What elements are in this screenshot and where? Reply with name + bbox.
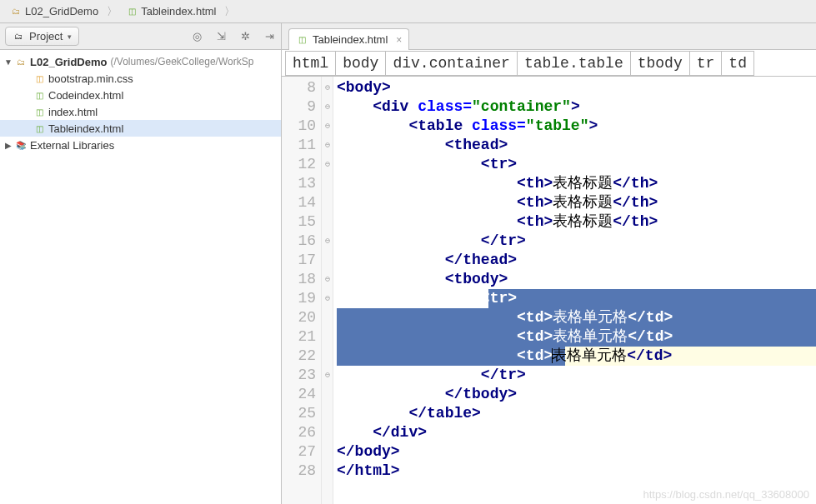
editor-tab[interactable]: ◫ Tableindex.html ×: [288, 28, 409, 50]
element-path-segment[interactable]: div.container: [385, 51, 517, 76]
fold-marker[interactable]: ⊖: [322, 78, 333, 97]
code-text: <tbody>: [337, 271, 508, 287]
project-dropdown-label: Project: [29, 30, 63, 42]
element-path-segment[interactable]: table.table: [517, 51, 631, 76]
element-path-segment[interactable]: tr: [689, 51, 723, 76]
external-libraries[interactable]: ▶ 📚 External Libraries: [0, 137, 281, 153]
disclosure-triangle-icon[interactable]: ▼: [3, 57, 13, 67]
line-number: 13: [282, 174, 316, 193]
settings-icon[interactable]: ✲: [239, 30, 252, 42]
code-line[interactable]: <td>表格单元格</td>: [337, 347, 816, 366]
code-line[interactable]: <body>: [337, 78, 816, 97]
code-line[interactable]: <tr>: [337, 289, 816, 308]
tree-root-name: L02_GridDemo: [30, 56, 107, 68]
code-line[interactable]: <table class="table">: [337, 117, 816, 136]
code-line[interactable]: </html>: [337, 462, 816, 481]
code-line[interactable]: <th>表格标题</th>: [337, 174, 816, 193]
line-number: 22: [282, 347, 316, 366]
code-text: </div>: [337, 424, 427, 441]
element-path-segment[interactable]: tbody: [630, 51, 690, 76]
html-file-icon: ◫: [33, 106, 45, 117]
line-number: 25: [282, 404, 316, 423]
code-line[interactable]: </tr>: [337, 232, 816, 251]
code-line[interactable]: <thead>: [337, 136, 816, 155]
line-number: 26: [282, 423, 316, 442]
tree-file[interactable]: ◫bootstrap.min.css: [0, 70, 281, 87]
fold-marker[interactable]: ⊖: [322, 136, 333, 155]
code-line[interactable]: <div class="container">: [337, 97, 816, 117]
fold-marker: [322, 442, 333, 462]
element-path-segment[interactable]: html: [285, 51, 336, 76]
html-file-icon: ◫: [33, 89, 45, 101]
fold-marker[interactable]: ⊖: [322, 270, 333, 289]
element-path-segment[interactable]: body: [335, 51, 386, 76]
breadcrumb-bar: 🗂 L02_GridDemo 〉 ◫ Tableindex.html 〉: [0, 0, 816, 23]
tree-file-name: Codeindex.html: [48, 89, 123, 102]
code-line[interactable]: <th>表格标题</th>: [337, 193, 816, 212]
fold-marker: [322, 212, 333, 232]
line-number: 15: [282, 212, 316, 232]
editor-tab-bar: ◫ Tableindex.html ×: [282, 23, 816, 50]
fold-marker: [322, 251, 333, 270]
code-line[interactable]: <td>表格单元格</td>: [337, 327, 816, 347]
fold-marker: [322, 385, 333, 404]
code-text: </table>: [337, 405, 481, 422]
code-editor[interactable]: 8910111213141516171819202122232425262728…: [282, 77, 816, 504]
locate-icon[interactable]: ◎: [191, 30, 203, 42]
tree-file[interactable]: ◫index.html: [0, 103, 281, 120]
fold-marker: [322, 462, 333, 481]
line-number: 27: [282, 442, 316, 462]
code-line[interactable]: <th>表格标题</th>: [337, 212, 816, 232]
code-line[interactable]: </tbody>: [337, 385, 816, 404]
fold-marker[interactable]: ⊖: [322, 155, 333, 174]
line-number: 18: [282, 270, 316, 289]
line-number: 10: [282, 117, 316, 136]
fold-marker[interactable]: ⊖: [322, 232, 333, 251]
crumb-file[interactable]: ◫ Tableindex.html: [121, 5, 221, 17]
fold-marker[interactable]: ⊖: [322, 97, 333, 117]
tree-file[interactable]: ◫Tableindex.html: [0, 120, 281, 137]
crumb-project[interactable]: 🗂 L02_GridDemo: [5, 5, 103, 17]
fold-marker[interactable]: ⊖: [322, 366, 333, 385]
tree-root[interactable]: ▼ 🗂 L02_GridDemo (/Volumes/GeekCollege/W…: [0, 53, 281, 70]
code-area[interactable]: <body> <div class="container"> <table cl…: [333, 77, 816, 504]
code-line[interactable]: <tr>: [337, 155, 816, 174]
code-text: <body>: [337, 79, 391, 96]
code-text: <tr>: [337, 156, 517, 172]
element-path-segment[interactable]: td: [721, 51, 754, 76]
fold-marker[interactable]: ⊖: [322, 117, 333, 136]
line-number: 16: [282, 232, 316, 251]
code-line[interactable]: </thead>: [337, 251, 816, 270]
collapse-all-icon[interactable]: ⇲: [215, 30, 228, 42]
hide-panel-icon[interactable]: ⇥: [263, 30, 276, 42]
code-line[interactable]: </div>: [337, 423, 816, 442]
code-text: <thead>: [337, 137, 508, 153]
line-number: 17: [282, 251, 316, 270]
code-text: <td>表格单元格</td>: [337, 309, 673, 326]
code-text: </body>: [337, 443, 400, 460]
fold-marker: [322, 308, 333, 327]
chevron-down-icon: ▾: [68, 32, 72, 41]
code-line[interactable]: </body>: [337, 442, 816, 462]
code-text: </html>: [337, 462, 400, 479]
tree-file[interactable]: ◫Codeindex.html: [0, 87, 281, 103]
fold-gutter: ⊖⊖⊖⊖⊖⊖⊖⊖⊖: [322, 77, 333, 504]
disclosure-triangle-icon[interactable]: ▶: [3, 141, 13, 150]
line-number: 14: [282, 193, 316, 212]
code-text: </tr>: [337, 367, 526, 383]
code-line[interactable]: </table>: [337, 404, 816, 423]
code-line[interactable]: </tr>: [337, 366, 816, 385]
project-tree[interactable]: ▼ 🗂 L02_GridDemo (/Volumes/GeekCollege/W…: [0, 50, 281, 504]
project-panel: 🗂 Project ▾ ◎ ⇲ ✲ ⇥ ▼ 🗂 L02_GridDemo (/V…: [0, 23, 282, 504]
editor-panel: ◫ Tableindex.html × htmlbodydiv.containe…: [282, 23, 816, 504]
code-line[interactable]: <td>表格单元格</td>: [337, 308, 816, 327]
line-number: 24: [282, 385, 316, 404]
folder-icon: 🗂: [15, 56, 27, 67]
tree-file-name: index.html: [48, 106, 98, 118]
close-tab-icon[interactable]: ×: [396, 34, 402, 46]
code-text: <tr>: [337, 290, 517, 307]
fold-marker[interactable]: ⊖: [322, 289, 333, 308]
code-text: <td>表格单元格</td>: [337, 328, 673, 345]
project-dropdown-button[interactable]: 🗂 Project ▾: [5, 27, 79, 46]
code-line[interactable]: <tbody>: [337, 270, 816, 289]
